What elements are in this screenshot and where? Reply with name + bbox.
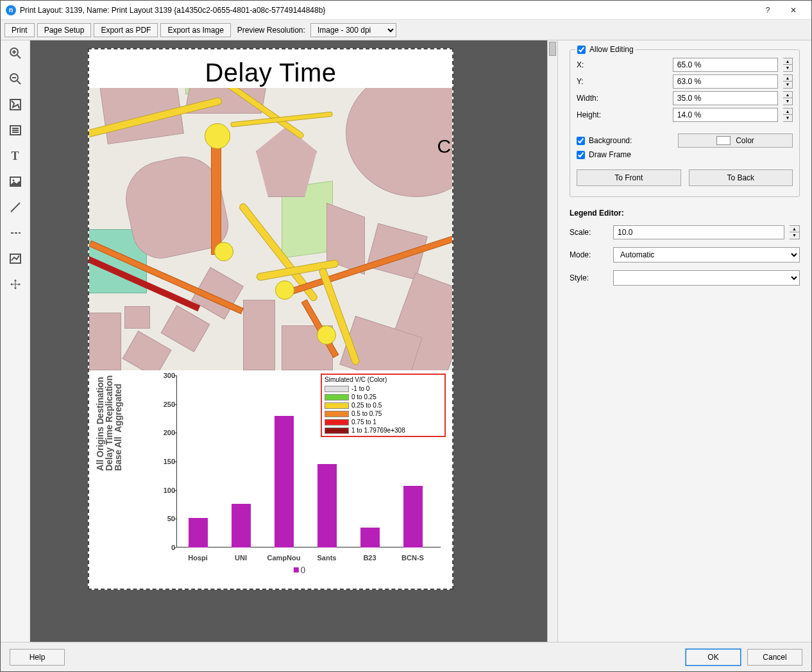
chart-ylabel: All Origins Destination Delay Time Repli… [96,375,123,471]
mode-label: Mode: [570,250,608,259]
map-tool-icon[interactable] [6,96,24,114]
style-select[interactable] [613,270,800,286]
svg-line-1 [17,55,21,58]
preview-resolution-label: Preview Resolution: [237,26,305,35]
page-title: Delay Time [89,58,452,87]
vertical-scrollbar[interactable] [547,40,557,642]
print-page[interactable]: Delay Time [88,48,453,590]
allow-editing-checkbox[interactable]: Allow Editing [577,45,634,54]
chart-x-label: Hospi [188,554,208,562]
cancel-button[interactable]: Cancel [747,649,802,666]
image-tool-icon[interactable] [6,173,24,191]
app-icon: n [6,5,16,15]
svg-line-14 [11,203,20,212]
main-columns: T Delay Time [1,40,811,642]
window: n Print Layout: 3139, Name: Print Layout… [0,0,812,672]
to-back-button[interactable]: To Back [689,169,793,186]
footer: Help OK Cancel [1,642,811,671]
preview-resolution-select[interactable]: Image - 300 dpi [310,23,396,37]
chart-plot: () 050100150200250300HospiUNICampNouSant… [158,375,441,547]
help-icon[interactable]: ? [755,1,781,19]
chart-bar [232,504,251,547]
x-spin[interactable]: ▲▼ [783,58,793,72]
width-input[interactable] [673,91,778,105]
map-frame: Campno [89,88,452,370]
chart-bar [189,518,208,547]
side-toolbar: T [1,40,30,642]
chart-x-label: BCN-S [402,554,424,562]
zoom-out-icon[interactable] [6,70,24,88]
chart-bar [275,416,294,547]
allow-editing-legend: Allow Editing [575,45,636,56]
style-label: Style: [570,273,608,282]
axis-y [176,375,177,547]
svg-line-5 [17,81,21,84]
close-icon[interactable]: ✕ [781,1,806,19]
axis-x [176,547,441,547]
height-label: Height: [577,110,668,119]
ok-button[interactable]: OK [686,649,741,666]
height-input[interactable] [673,108,778,122]
chart-bar [360,528,380,547]
help-button[interactable]: Help [10,649,65,666]
chart-frame: All Origins Destination Delay Time Repli… [93,370,448,582]
export-pdf-button[interactable]: Export as PDF [94,23,158,37]
text-tool-icon[interactable]: T [6,147,24,165]
window-title: Print Layout: 3139, Name: Print Layout 3… [20,6,755,15]
properties-panel: Allow Editing X: ▲▼ Y: ▲▼ Width: ▲▼ [557,40,811,642]
chart-bar [317,464,337,547]
chart-tool-icon[interactable] [6,250,24,268]
chart-x-label: Sants [317,554,337,562]
background-color-button[interactable]: Color [678,134,793,148]
titlebar: n Print Layout: 3139, Name: Print Layout… [1,1,811,20]
height-spin[interactable]: ▲▼ [783,108,793,122]
svg-point-13 [12,180,14,182]
to-front-button[interactable]: To Front [577,169,681,186]
scale-label: Scale: [570,228,608,237]
width-spin[interactable]: ▲▼ [783,91,793,105]
x-input[interactable] [673,58,778,72]
mode-select[interactable]: Automatic [613,247,800,263]
y-spin[interactable]: ▲▼ [783,74,793,89]
chart-bar [403,486,423,547]
chart-series-legend: () [294,565,305,573]
color-swatch [716,136,731,145]
toolbar: Print Page Setup Export as PDF Export as… [1,20,811,40]
x-label: X: [577,60,668,69]
chart-x-label: CampNou [267,554,301,562]
map-city-label: Campno [437,135,452,157]
y-label: Y: [577,77,668,86]
scroll-thumb[interactable] [549,42,556,56]
dash-tool-icon[interactable] [6,224,24,242]
scale-input[interactable] [613,225,784,239]
move-tool-icon[interactable] [6,275,24,293]
export-image-button[interactable]: Export as Image [160,23,230,37]
list-tool-icon[interactable] [6,121,24,139]
page-setup-button[interactable]: Page Setup [37,23,92,37]
allow-editing-group: Allow Editing X: ▲▼ Y: ▲▼ Width: ▲▼ [570,49,800,197]
zoom-in-icon[interactable] [6,44,24,62]
legend-editor-header: Legend Editor: [570,209,800,218]
print-button[interactable]: Print [4,23,35,37]
chart-x-label: UNI [235,554,247,562]
chart-x-label: B23 [363,554,376,562]
width-label: Width: [577,94,668,103]
background-checkbox[interactable]: Background: [577,136,673,145]
scale-spin[interactable]: ▲▼ [790,225,800,239]
line-tool-icon[interactable] [6,198,24,216]
draw-frame-checkbox[interactable]: Draw Frame [577,150,631,159]
y-input[interactable] [673,74,778,89]
canvas-area[interactable]: Delay Time [30,40,557,642]
